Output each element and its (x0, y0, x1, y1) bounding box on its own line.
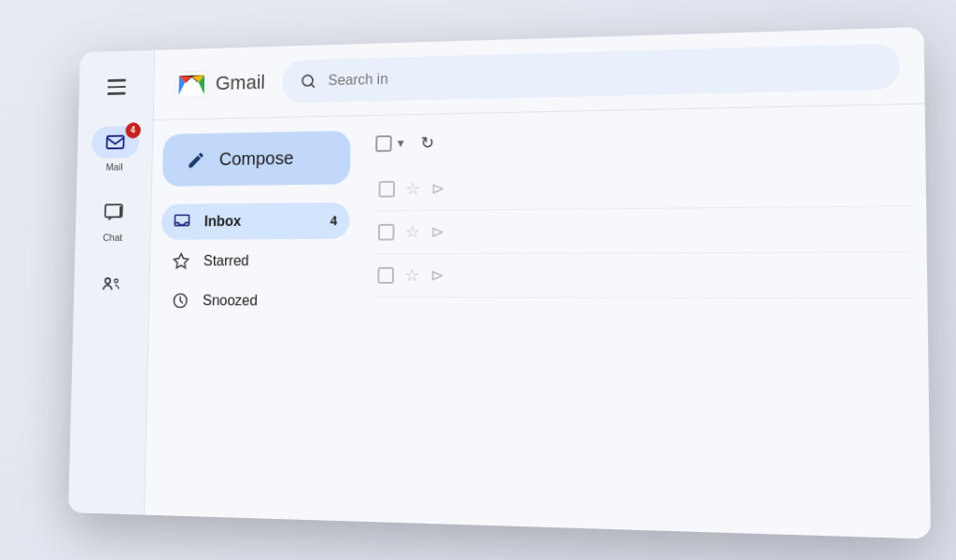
star-icon[interactable]: ☆ (404, 265, 419, 286)
mail-badge: 4 (125, 122, 141, 138)
star-icon[interactable]: ☆ (405, 178, 420, 199)
gmail-m-logo (175, 65, 209, 102)
sidebar-chat-label: Chat (103, 231, 122, 243)
row-checkbox[interactable] (378, 224, 395, 241)
hamburger-menu-button[interactable] (100, 72, 133, 102)
nav-item-snoozed[interactable]: Snoozed (160, 283, 349, 319)
starred-label: Starred (204, 253, 337, 270)
email-list-toolbar: ▼ ↻ (375, 116, 909, 161)
search-input[interactable] (328, 58, 879, 89)
label-icon[interactable]: ⊳ (431, 178, 445, 199)
row-checkbox[interactable] (377, 267, 394, 284)
left-sidebar: 4 Mail Chat (68, 50, 155, 515)
row-checkbox[interactable] (378, 181, 395, 198)
gmail-window: 4 Mail Chat (68, 27, 931, 539)
svg-rect-6 (175, 215, 189, 225)
svg-point-2 (105, 278, 110, 284)
email-list-panel: ▼ ↻ ☆ ⊳ ☆ ⊳ (357, 105, 931, 539)
svg-rect-0 (106, 135, 123, 147)
sidebar-item-mail[interactable]: 4 Mail (91, 125, 138, 172)
email-row[interactable]: ☆ ⊳ (373, 253, 910, 299)
snoozed-label: Snoozed (203, 293, 336, 310)
inbox-label: Inbox (204, 213, 316, 230)
sidebar-item-chat[interactable]: Chat (89, 196, 137, 243)
select-dropdown-arrow[interactable]: ▼ (395, 137, 406, 150)
refresh-button[interactable]: ↻ (420, 133, 434, 153)
sidebar-mail-label: Mail (105, 161, 122, 172)
compose-button[interactable]: Compose (162, 131, 351, 187)
screenshot-container: 4 Mail Chat (0, 0, 956, 560)
svg-point-3 (114, 279, 118, 283)
app-title: Gmail (216, 70, 265, 94)
star-icon[interactable]: ☆ (405, 222, 420, 243)
compose-label: Compose (219, 147, 294, 169)
pencil-icon (187, 150, 206, 170)
sidebar-item-meet[interactable] (88, 267, 135, 299)
gmail-logo: Gmail (175, 64, 266, 102)
label-icon[interactable]: ⊳ (430, 265, 444, 286)
email-row[interactable]: ☆ ⊳ (374, 206, 910, 254)
inbox-count: 4 (330, 214, 338, 229)
star-icon (173, 252, 190, 270)
select-all-checkbox[interactable] (375, 135, 391, 152)
meet-icon (101, 273, 121, 294)
email-row[interactable]: ☆ ⊳ (374, 161, 909, 211)
search-icon (300, 72, 317, 91)
mail-icon (105, 131, 125, 152)
chat-icon (103, 202, 123, 223)
inbox-icon (174, 213, 191, 231)
nav-item-inbox[interactable]: Inbox 4 (162, 203, 350, 240)
nav-panel: Compose Inbox 4 (145, 116, 361, 521)
search-bar[interactable] (282, 43, 900, 104)
clock-icon (172, 291, 190, 309)
nav-item-starred[interactable]: Starred (161, 243, 350, 279)
main-content: Gmail (145, 27, 931, 539)
label-icon[interactable]: ⊳ (430, 222, 444, 243)
